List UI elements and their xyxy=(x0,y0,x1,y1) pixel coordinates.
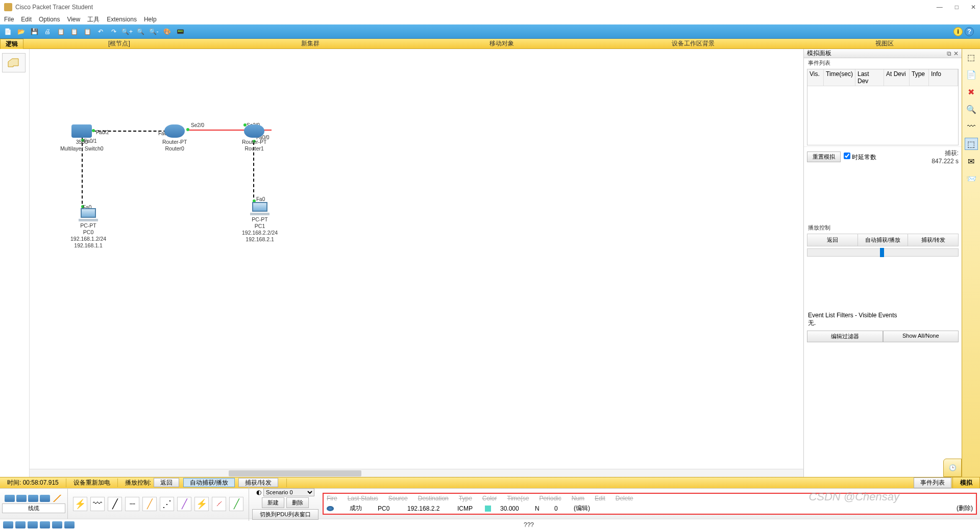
nav-move-object[interactable]: 移动对象 xyxy=(406,39,598,48)
palette-icon[interactable]: 🎨 xyxy=(161,26,173,37)
mode-corner-icon[interactable]: 🕒 xyxy=(943,459,962,477)
show-all-none-button[interactable]: Show All/None xyxy=(883,331,959,342)
inspect-tool-icon[interactable]: 🔍 xyxy=(965,103,978,115)
toggle-pdu-window-button[interactable]: 切换到PDU列表窗口 xyxy=(252,509,318,520)
logical-tab[interactable]: 逻辑 xyxy=(0,39,23,49)
power-cycle-button[interactable]: 设备重新加电 xyxy=(66,478,118,487)
info-icon[interactable]: i xyxy=(953,27,963,36)
event-list-mode-button[interactable]: 事件列表 xyxy=(914,477,951,488)
new-file-icon[interactable]: 📄 xyxy=(2,26,13,37)
resize-tool-icon[interactable]: ⬚ xyxy=(965,138,978,150)
fire-icon[interactable] xyxy=(327,506,334,511)
topology-canvas[interactable]: Fa0/2 Fa0/1 Fa0/0 Se2/0 Se2/0 Fa0/0 Fa0 … xyxy=(30,49,803,477)
copy-icon[interactable]: 📋 xyxy=(68,26,80,37)
status-auto-button[interactable]: 自动捕获/播放 xyxy=(183,478,235,487)
zoom-in-icon[interactable]: 🔍+ xyxy=(121,26,133,37)
wireless-category-icon[interactable] xyxy=(40,495,50,502)
coax-cable-icon[interactable]: ╱ xyxy=(177,497,191,511)
complex-pdu-icon[interactable]: 📨 xyxy=(965,172,978,185)
workspace-nav: 逻辑 [根节点] 新集群 移动对象 设备工作区背景 视图区 xyxy=(0,39,980,49)
zoom-out-icon[interactable]: 🔍- xyxy=(148,26,159,37)
wizard-icon[interactable]: 📋 xyxy=(55,26,66,37)
window-title: Cisco Packet Tracer Student xyxy=(15,4,93,11)
console-cable-icon[interactable]: 〰 xyxy=(90,497,105,511)
maximize-icon[interactable]: □ xyxy=(955,4,959,11)
menu-view[interactable]: View xyxy=(67,16,80,23)
zoom-reset-icon[interactable]: 🔍 xyxy=(135,26,146,37)
menu-options[interactable]: Options xyxy=(39,16,60,23)
menu-help[interactable]: Help xyxy=(144,16,157,23)
simple-pdu-icon[interactable]: ✉ xyxy=(965,155,978,167)
edit-filters-button[interactable]: 编辑过滤器 xyxy=(807,331,883,342)
cluster-tool-icon[interactable] xyxy=(2,53,26,72)
device-switch0[interactable]: 3560 Multilayer Switch0 xyxy=(60,124,104,152)
copper-straight-icon[interactable]: ╱ xyxy=(108,497,122,511)
new-scenario-button[interactable]: 新建 xyxy=(262,497,284,508)
mini-device-icon[interactable] xyxy=(3,521,13,528)
menu-file[interactable]: File xyxy=(4,16,14,23)
undo-icon[interactable]: ↶ xyxy=(95,26,106,37)
octal-cable-icon[interactable]: ╱ xyxy=(229,497,243,511)
fiber-cable-icon[interactable]: ╱ xyxy=(142,497,157,511)
minimize-icon[interactable]: — xyxy=(937,4,943,11)
mini-device-icon[interactable] xyxy=(40,521,50,528)
router-category-icon[interactable] xyxy=(5,495,15,502)
close-icon[interactable]: ✕ xyxy=(971,4,976,11)
open-file-icon[interactable]: 📂 xyxy=(15,26,27,37)
switch-category-icon[interactable] xyxy=(16,495,27,502)
note-tool-icon[interactable]: 📄 xyxy=(965,68,978,81)
device-pc1[interactable]: PC-PT PC1 192.168.2.2/24 192.168.2.1 xyxy=(242,202,278,243)
device-pc0[interactable]: PC-PT PC0 192.168.1.2/24 192.168.1.1 xyxy=(70,208,106,249)
nav-background[interactable]: 设备工作区背景 xyxy=(597,39,789,48)
nav-viewport[interactable]: 视图区 xyxy=(789,39,980,48)
event-list-table[interactable]: Vis. Time(sec) Last Dev At Devi Type Inf… xyxy=(807,69,959,145)
status-forward-button[interactable]: 捕获/转发 xyxy=(238,478,278,487)
undock-icon[interactable]: ⧉ xyxy=(947,50,951,57)
serial-dce-icon[interactable]: ⚡ xyxy=(194,497,209,511)
device-router0[interactable]: Router-PT Router0 xyxy=(162,124,187,152)
device-dialog-icon[interactable]: 📟 xyxy=(175,26,186,37)
close-panel-icon[interactable]: ✕ xyxy=(953,50,959,57)
copper-cross-icon[interactable]: ┈ xyxy=(125,497,139,511)
scenario-toggle-icon[interactable]: ◐ xyxy=(256,489,261,496)
save-icon[interactable]: 💾 xyxy=(29,26,40,37)
simulation-mode-tab[interactable]: 模拟 xyxy=(952,477,980,489)
nav-root[interactable]: [根节点] xyxy=(23,39,215,48)
select-tool-icon[interactable]: ⬚ xyxy=(965,51,978,63)
connections-category-icon[interactable] xyxy=(52,495,63,502)
nav-new-cluster[interactable]: 新集群 xyxy=(215,39,406,48)
mini-device-icon[interactable] xyxy=(64,521,75,528)
auto-cable-icon[interactable]: ⚡ xyxy=(73,497,87,511)
mini-device-icon[interactable] xyxy=(15,521,26,528)
help-icon[interactable]: ? xyxy=(965,27,974,36)
pdu-edit-link[interactable]: (编辑) xyxy=(574,504,594,513)
phone-cable-icon[interactable]: ⋰ xyxy=(160,497,174,511)
mini-device-icon[interactable] xyxy=(52,521,62,528)
scenario-select[interactable]: Scenario 0 xyxy=(263,488,314,496)
status-back-button[interactable]: 返回 xyxy=(154,478,179,487)
capture-forward-button[interactable]: 捕获/转发 xyxy=(908,234,958,246)
paste-icon[interactable]: 📋 xyxy=(82,26,93,37)
play-back-button[interactable]: 返回 xyxy=(807,234,858,246)
reset-sim-button[interactable]: 重置模拟 xyxy=(807,152,841,162)
menu-edit[interactable]: Edit xyxy=(21,16,32,23)
pdu-delete-link[interactable]: (删除) xyxy=(957,504,973,513)
pdu-time: 30.000 xyxy=(500,505,526,512)
draw-tool-icon[interactable]: 〰 xyxy=(965,120,978,133)
horizontal-scrollbar[interactable] xyxy=(30,469,803,477)
pdu-result-row[interactable]: 成功 PC0 192.168.2.2 ICMP 30.000 N 0 (编辑) … xyxy=(324,503,976,514)
device-ip2: 192.168.1.1 xyxy=(70,242,106,249)
menu-extensions[interactable]: Extensions xyxy=(107,16,137,23)
menu-tools[interactable]: 工具 xyxy=(87,15,100,24)
print-icon[interactable]: 🖨 xyxy=(42,26,53,37)
redo-icon[interactable]: ↷ xyxy=(108,26,119,37)
const-delay-checkbox[interactable]: 时延常数 xyxy=(844,153,876,162)
mini-device-icon[interactable] xyxy=(28,521,38,528)
hub-category-icon[interactable] xyxy=(28,495,38,502)
serial-dte-icon[interactable]: ⟋ xyxy=(212,497,226,511)
delete-tool-icon[interactable]: ✖ xyxy=(965,86,978,98)
device-router1[interactable]: Router-PT Router1 xyxy=(242,124,266,152)
play-speed-slider[interactable] xyxy=(807,248,959,257)
delete-scenario-button[interactable]: 删除 xyxy=(286,497,309,508)
auto-capture-button[interactable]: 自动捕获/播放 xyxy=(858,234,909,246)
